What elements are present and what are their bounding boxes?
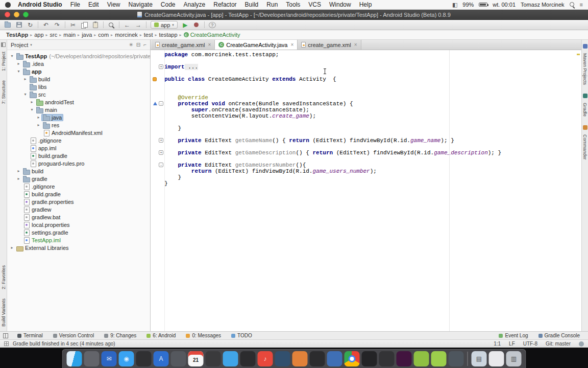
notification-center-icon[interactable]: ≡	[580, 2, 583, 8]
tree-row-gradlew[interactable]: gradlew	[7, 205, 150, 213]
toolbar-redo-button[interactable]: ↷	[54, 21, 61, 29]
menubar-clock[interactable]: wt. 00:01	[493, 2, 516, 8]
dock-app-finder[interactable]	[67, 351, 82, 366]
menu-window[interactable]: Window	[325, 1, 355, 8]
apple-menu-icon[interactable]	[5, 2, 11, 8]
menu-help[interactable]: Help	[355, 1, 376, 8]
tree-item-androidmanifest-xml[interactable]: AndroidManifest.xml	[41, 129, 104, 136]
menu-analyze[interactable]: Analyze	[180, 1, 210, 8]
tree-item-idea[interactable]: .idea	[21, 60, 45, 67]
tree-item-gitignore[interactable]: .gitignore	[28, 137, 63, 144]
tree-collapse-arrow[interactable]: ▾	[16, 69, 21, 74]
tool-strip-commander[interactable]: Commander	[582, 134, 587, 160]
menu-app-name[interactable]: Android Studio	[14, 1, 66, 8]
tree-row-gradle-properties[interactable]: gradle.properties	[7, 198, 150, 205]
dock-app-slack[interactable]	[397, 351, 412, 366]
toolwindow-button-todo[interactable]: TODO	[226, 332, 257, 339]
tree-item-build-gradle[interactable]: build.gradle	[21, 191, 62, 198]
tree-item-proguard-rules-pro[interactable]: proguard-rules.pro	[28, 160, 86, 167]
dock-app-preview[interactable]	[171, 351, 186, 366]
tree-expand-arrow[interactable]: ▸	[16, 176, 21, 181]
code-line[interactable]: }	[151, 125, 581, 131]
toolwindow-button-9-changes[interactable]: 9: Changes	[99, 332, 141, 339]
tree-row-settings-gradle[interactable]: settings.gradle	[7, 228, 150, 236]
tree-item-build-gradle[interactable]: build.gradle	[28, 152, 69, 159]
tree-row-external-libraries[interactable]: ▸External Libraries	[7, 244, 150, 251]
code-line[interactable]: - private EditText getGameUsersNumber(){	[151, 162, 581, 168]
tree-item-settings-gradle[interactable]: settings.gradle	[21, 229, 70, 236]
menu-edit[interactable]: Edit	[84, 1, 103, 8]
editor-tab-create-game-xml[interactable]: create_game.xml×	[152, 40, 215, 50]
project-panel-header[interactable]: Project ▾ ✳ ⊟ ⌐	[7, 40, 150, 50]
tree-row-local-properties[interactable]: local.properties	[7, 221, 150, 228]
breadcrumb-app[interactable]: app	[32, 32, 45, 38]
class-gutter-icon[interactable]	[153, 77, 157, 81]
tree-expand-arrow[interactable]: ▸	[16, 169, 21, 173]
dock-app-ibooks[interactable]	[292, 351, 308, 366]
tree-collapse-arrow[interactable]: ▾	[9, 54, 15, 58]
toolbar-undo-button[interactable]: ↶	[42, 21, 50, 29]
breadcrumb-morcinek[interactable]: morcinek	[113, 32, 140, 38]
tree-item-app-iml[interactable]: app.iml	[28, 145, 58, 152]
inspections-hector-icon[interactable]	[579, 341, 584, 347]
code-line[interactable]: return (EditText) findViewById(R.id.game…	[151, 168, 581, 174]
tree-row-app-iml[interactable]: app.iml	[7, 144, 150, 152]
tree-expand-arrow[interactable]: ▸	[29, 100, 35, 104]
settings-gear-icon[interactable]: ✳	[129, 42, 133, 48]
tree-row-src[interactable]: ▾src	[7, 90, 150, 98]
dock-app-chrome[interactable]	[345, 351, 360, 366]
tree-item-gitignore[interactable]: .gitignore	[21, 183, 56, 190]
dock-app-app-store[interactable]: A	[154, 351, 169, 366]
code-line[interactable]	[151, 70, 581, 76]
git-branch-indicator[interactable]: Git: master	[546, 341, 571, 347]
code-line[interactable]: @Override	[151, 95, 581, 101]
editor-tab-create-game-xml[interactable]: create_game.xml×	[298, 40, 361, 50]
menu-view[interactable]: View	[103, 1, 125, 8]
status-grid-icon[interactable]	[4, 341, 9, 346]
breadcrumb-testapp[interactable]: testapp	[157, 32, 180, 38]
tree-item-gradlew[interactable]: gradlew	[21, 206, 53, 213]
tree-item-external-libraries[interactable]: External Libraries	[15, 244, 70, 251]
toolbar-open-button[interactable]	[4, 21, 11, 29]
tree-row-proguard-rules-pro[interactable]: proguard-rules.pro	[7, 159, 150, 167]
toolbar-cut-button[interactable]: ✂	[69, 21, 77, 29]
tree-row-gradlew-bat[interactable]: gradlew.bat	[7, 213, 150, 221]
tree-item-local-properties[interactable]: local.properties	[21, 221, 71, 228]
collapse-all-icon[interactable]: ⊟	[136, 42, 140, 48]
tree-item-testapp-iml[interactable]: TestApp.iml	[21, 237, 62, 244]
tool-strip-gradle[interactable]: Gradle	[582, 103, 587, 117]
tree-row-app[interactable]: ▾app	[7, 67, 150, 75]
tool-strip-2-favorites[interactable]: 2: Favorites	[1, 265, 6, 289]
toolbar-help-button[interactable]: ?	[209, 22, 216, 28]
dock-app-launchpad[interactable]	[84, 351, 100, 366]
tree-expand-arrow[interactable]: ▸	[9, 245, 15, 250]
tree-row-androidtest[interactable]: ▸androidTest	[7, 98, 150, 106]
input-source-icon[interactable]: ◧	[452, 2, 457, 8]
toolwindow-button-0-messages[interactable]: 0: Messages	[181, 332, 226, 339]
code-line[interactable]	[151, 82, 581, 88]
fold-collapse-icon[interactable]: -	[159, 163, 163, 167]
breadcrumb-main[interactable]: main	[61, 32, 78, 38]
toolwindow-button-version-control[interactable]: Version Control	[48, 332, 99, 339]
tree-row-build[interactable]: ▸build	[7, 167, 150, 175]
window-toggle-icon[interactable]	[3, 333, 8, 338]
tree-expand-arrow[interactable]: ▸	[36, 123, 41, 127]
fold-expand-icon[interactable]: +	[159, 64, 163, 69]
code-line[interactable]: public class CreateGameActivity extends …	[151, 76, 581, 82]
close-tab-icon[interactable]: ×	[290, 42, 293, 48]
dock-app-photos[interactable]	[136, 351, 152, 366]
tool-strip-maven-projects[interactable]: Maven Projects	[582, 53, 587, 85]
breadcrumb-com[interactable]: com	[96, 32, 111, 38]
code-line[interactable]: + private EditText getGameDescription() …	[151, 150, 581, 156]
dock-app-android-studio[interactable]	[414, 351, 429, 366]
tree-row-build[interactable]: ▸build	[7, 75, 150, 83]
zoom-window-button[interactable]	[23, 12, 29, 17]
run-configuration-selector[interactable]: app▾	[151, 21, 178, 29]
menu-code[interactable]: Code	[157, 1, 180, 8]
dock-app-intellij[interactable]	[379, 351, 395, 366]
dock-app-downloads[interactable]	[489, 351, 504, 366]
fold-expand-icon[interactable]: +	[159, 150, 163, 155]
toolbar-copy-button[interactable]	[81, 21, 88, 29]
window-titlebar[interactable]: CreateGameActivity.java - [app] - TestAp…	[0, 10, 588, 20]
dock-app-itunes[interactable]: ♪	[258, 351, 273, 366]
